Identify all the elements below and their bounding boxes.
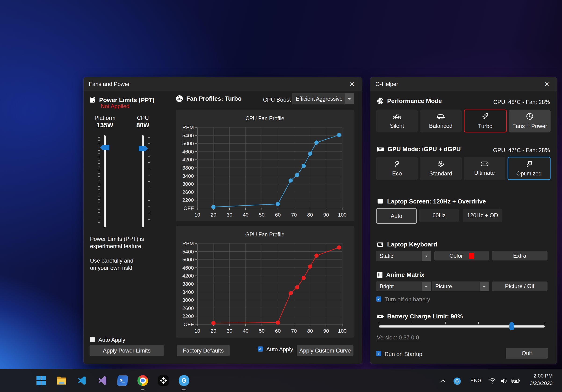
windows-logo-icon <box>36 375 46 386</box>
power-auto-apply-checkbox[interactable] <box>90 337 95 342</box>
apply-power-limits-button[interactable]: Apply Power Limits <box>90 345 164 356</box>
fan-profiles-header: Fan Profiles: Turbo <box>176 95 242 102</box>
svg-text:60: 60 <box>275 328 281 334</box>
mode-turbo-button[interactable]: Turbo <box>464 110 507 133</box>
svg-text:90: 90 <box>323 328 329 334</box>
svg-text:4200: 4200 <box>182 273 194 279</box>
apply-custom-curve-button[interactable]: Apply Custom Curve <box>297 345 353 356</box>
monitor-icon <box>377 198 384 205</box>
battery-charging-icon <box>511 378 520 384</box>
svg-text:4600: 4600 <box>182 149 194 155</box>
ghelper-titlebar[interactable]: G-Helper ✕ <box>370 77 557 91</box>
tray-chevron-button[interactable] <box>438 376 447 385</box>
mode-fans-power-button[interactable]: Fans + Power <box>509 110 550 133</box>
start-button[interactable] <box>35 375 47 386</box>
cpu-fan-chart-panel[interactable]: 102030405060708090100OFF2200260030003400… <box>176 110 354 221</box>
gpu-optimized-button[interactable]: Optimized <box>507 157 550 180</box>
fans-window-titlebar[interactable]: Fans and Power ✕ <box>84 77 362 91</box>
platform-value: 135W <box>92 122 118 129</box>
close-icon[interactable]: ✕ <box>543 80 551 88</box>
gpu-mode-header: GPU Mode: iGPU + dGPU <box>377 146 461 153</box>
mode-balanced-button[interactable]: Balanced <box>420 110 461 133</box>
matrix-battery-checkbox[interactable] <box>376 296 381 302</box>
platform-slider-thumb[interactable] <box>100 145 109 150</box>
gpu-fan-curve-chart[interactable]: 102030405060708090100OFF2200260030003400… <box>176 226 354 337</box>
version-link[interactable]: Version: 0.37.0.0 <box>377 334 419 341</box>
curve-auto-apply-checkbox[interactable] <box>258 347 263 352</box>
svg-text:90: 90 <box>323 212 329 218</box>
gpu-fan-chart-panel[interactable]: 102030405060708090100OFF2200260030003400… <box>176 226 354 337</box>
auto-optimize-icon <box>525 160 533 168</box>
screen-60hz-button[interactable]: 60Hz <box>419 209 459 222</box>
run-on-startup-checkbox[interactable] <box>376 351 381 356</box>
leaf-icon <box>393 160 400 168</box>
fans-window-title: Fans and Power <box>89 77 130 91</box>
chrome-running-indicator <box>141 389 144 390</box>
tidal-button[interactable] <box>158 375 169 386</box>
gpu-mode-buttons: Eco Standard Ultimate <box>376 157 550 180</box>
svg-text:70: 70 <box>291 212 297 218</box>
gpu-temp-status: GPU: 47°C - Fan: 28% <box>493 147 550 154</box>
ghelper-title: G-Helper <box>375 77 398 91</box>
speaker-icon <box>501 378 507 384</box>
wifi-tray-button[interactable] <box>488 377 497 385</box>
chevron-down-icon[interactable] <box>480 282 489 291</box>
terminal-button[interactable]: ≥_ <box>117 375 128 386</box>
svg-text:80: 80 <box>307 328 313 334</box>
cpu-fan-curve-chart[interactable]: 102030405060708090100OFF2200260030003400… <box>176 110 354 221</box>
gpu-eco-button[interactable]: Eco <box>376 157 418 180</box>
gpu-ultimate-button[interactable]: Ultimate <box>464 157 505 180</box>
keyboard-extra-button[interactable]: Extra <box>492 251 548 260</box>
g-helper-tray-icon: G <box>454 378 461 385</box>
vscode-button[interactable] <box>76 375 88 386</box>
svg-text:100: 100 <box>338 212 347 218</box>
cpu-boost-label: CPU Boost <box>263 97 291 103</box>
factory-defaults-button[interactable]: Factory Defaults <box>177 345 230 356</box>
keyboard-mode-dropdown[interactable]: Static <box>376 251 431 261</box>
chevron-down-icon[interactable] <box>422 282 431 291</box>
battery-slider[interactable] <box>379 325 545 327</box>
matrix-brightness-dropdown[interactable]: Bright <box>376 281 431 291</box>
svg-text:20: 20 <box>211 328 216 334</box>
svg-text:2600: 2600 <box>182 189 194 195</box>
svg-text:4600: 4600 <box>182 265 194 271</box>
file-explorer-button[interactable] <box>56 375 67 386</box>
folder-icon <box>56 376 67 385</box>
chevron-down-icon[interactable] <box>422 251 431 261</box>
rocket-icon <box>481 112 489 120</box>
battery-tray-button[interactable] <box>510 377 521 385</box>
gpu-card-icon <box>377 146 384 152</box>
quit-button[interactable]: Quit <box>506 348 548 358</box>
g-helper-tray-button[interactable]: G <box>453 377 461 385</box>
keyboard-icon <box>377 242 384 247</box>
g-helper-icon: G <box>179 375 189 386</box>
cpu-slider-thumb[interactable] <box>139 146 148 151</box>
chrome-icon <box>138 375 148 386</box>
keyboard-color-button[interactable]: Color <box>434 251 489 260</box>
chrome-button[interactable] <box>137 375 149 386</box>
battery-slider-thumb[interactable] <box>509 322 514 330</box>
svg-text:60: 60 <box>275 212 281 218</box>
language-indicator[interactable]: ENG <box>470 378 481 384</box>
visual-studio-button[interactable] <box>96 375 108 386</box>
platform-label: Platform <box>92 115 118 121</box>
battery-slider-ticks <box>379 322 545 324</box>
screen-120hz-od-button[interactable]: 120Hz + OD <box>463 209 502 222</box>
close-icon[interactable]: ✕ <box>348 80 356 88</box>
svg-text:RPM: RPM <box>182 241 194 246</box>
matrix-picture-gif-button[interactable]: Picture / Gif <box>492 281 548 291</box>
screen-auto-button[interactable]: Auto <box>376 208 417 224</box>
mode-silent-button[interactable]: Silent <box>376 110 418 133</box>
g-helper-app-button[interactable]: G <box>178 375 190 386</box>
clock-date[interactable]: 3/23/2023 <box>530 380 553 386</box>
clock-time[interactable]: 2:00 PM <box>533 373 553 379</box>
volume-tray-button[interactable] <box>499 377 509 385</box>
anime-matrix-header: Anime Matrix <box>377 271 424 279</box>
chevron-down-icon[interactable] <box>345 93 354 104</box>
svg-text:40: 40 <box>243 212 248 218</box>
svg-text:40: 40 <box>243 328 248 334</box>
flower-icon <box>437 160 445 168</box>
cpu-boost-dropdown[interactable]: Efficient Aggressive <box>292 93 354 104</box>
gpu-standard-button[interactable]: Standard <box>420 157 461 180</box>
matrix-content-dropdown[interactable]: Picture <box>432 281 489 291</box>
